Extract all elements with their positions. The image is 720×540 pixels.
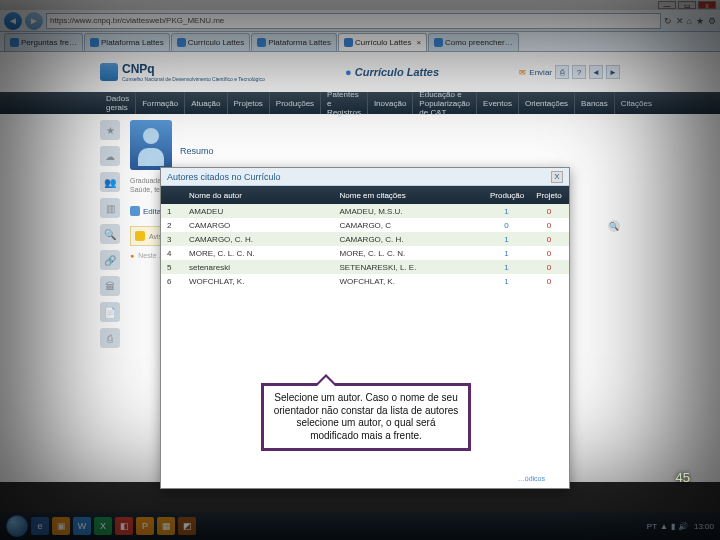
stop-icon[interactable]: ✕ (676, 16, 684, 26)
authors-modal: Autores citados no Currículo X Nome do a… (160, 167, 570, 489)
favorites-icon[interactable]: ★ (696, 16, 704, 26)
side-group-icon[interactable]: 👥 (100, 172, 120, 192)
taskbar-word-icon[interactable]: W (73, 517, 91, 535)
home-icon[interactable]: ⌂ (687, 16, 692, 26)
side-toolbar: ★ ☁ 👥 ▥ 🔍 🔗 🏛 📄 ⎙ (100, 120, 124, 476)
refresh-icon[interactable]: ↻ (664, 16, 672, 26)
cell-projeto[interactable]: 0 (529, 277, 569, 286)
side-search-icon[interactable]: 🔍 (100, 224, 120, 244)
modal-header: Autores citados no Currículo X (161, 168, 569, 186)
start-button[interactable] (6, 515, 28, 537)
table-row[interactable]: 3CAMARGO, C. H.CAMARGO, C. H.10 (161, 232, 569, 246)
nav-projetos[interactable]: Projetos (228, 92, 270, 114)
cell-nome: AMADEU (183, 207, 334, 216)
cell-producao[interactable]: 1 (484, 277, 529, 286)
modal-close-button[interactable]: X (551, 171, 563, 183)
cell-producao[interactable]: 0 (484, 221, 529, 230)
table-row[interactable]: 1AMADEUAMADEU, M.S.U.10 (161, 204, 569, 218)
taskbar: e ▣ W X ◧ P ▦ ◩ PT ▲ ▮ 🔊 13:00 (0, 512, 720, 540)
cell-producao[interactable]: 1 (484, 249, 529, 258)
taskbar-app-icon[interactable]: ◧ (115, 517, 133, 535)
nav-formacao[interactable]: Formação (136, 92, 185, 114)
curriculo-lattes-title: ● Currículo Lattes (345, 66, 439, 78)
modal-footer-link[interactable]: …ódicos (518, 475, 545, 482)
nav-inovacao[interactable]: Inovação (368, 92, 413, 114)
modal-title: Autores citados no Currículo (167, 172, 281, 182)
taskbar-ppt-icon[interactable]: P (136, 517, 154, 535)
table-row[interactable]: 4MORE, C. L. C. N.MORE, C. L. C. N.10 (161, 246, 569, 260)
nav-bancas[interactable]: Bancas (575, 92, 615, 114)
enviar-button[interactable]: Enviar (529, 68, 552, 77)
nav-forward-button[interactable]: ► (25, 12, 43, 30)
toolbar-next-button[interactable]: ► (606, 65, 620, 79)
cell-producao[interactable]: 1 (484, 207, 529, 216)
side-chart-icon[interactable]: ▥ (100, 198, 120, 218)
toolbar-prev-button[interactable]: ◄ (589, 65, 603, 79)
nav-back-button[interactable]: ◄ (4, 12, 22, 30)
taskbar-ie-icon[interactable]: e (31, 517, 49, 535)
cell-citacao: SETENARESKI, L. E. (334, 263, 485, 272)
tab-curriculo-2[interactable]: Currículo Lattes× (338, 33, 427, 51)
table-row[interactable]: 6WOFCHLAT, K.WOFCHLAT, K.10 (161, 274, 569, 288)
taskbar-app3-icon[interactable]: ◩ (178, 517, 196, 535)
side-building-icon[interactable]: 🏛 (100, 276, 120, 296)
cell-projeto[interactable]: 0 (529, 249, 569, 258)
url-input[interactable] (46, 13, 661, 29)
tab-curriculo-1[interactable]: Currículo Lattes (171, 33, 250, 51)
tools-icon[interactable]: ⚙ (708, 16, 716, 26)
taskbar-app2-icon[interactable]: ▦ (157, 517, 175, 535)
right-search-icon[interactable]: 🔍 (608, 220, 620, 232)
tab-close-icon[interactable]: × (416, 38, 421, 47)
window-maximize-button[interactable]: ▭ (678, 1, 696, 9)
table-row[interactable]: 2CAMARGOCAMARGO, C00 (161, 218, 569, 232)
taskbar-folder-icon[interactable]: ▣ (52, 517, 70, 535)
tray-lang[interactable]: PT (647, 522, 657, 531)
table-body: 1AMADEUAMADEU, M.S.U.102CAMARGOCAMARGO, … (161, 204, 569, 288)
side-link-icon[interactable]: 🔗 (100, 250, 120, 270)
side-doc-icon[interactable]: 📄 (100, 302, 120, 322)
tab-favicon (10, 38, 19, 47)
nav-educacao[interactable]: Educação e Popularização de C&T (413, 92, 477, 114)
nav-dados-gerais[interactable]: Dados gerais (100, 92, 136, 114)
cell-citacao: CAMARGO, C (334, 221, 485, 230)
cell-producao[interactable]: 1 (484, 263, 529, 272)
cell-projeto[interactable]: 0 (529, 221, 569, 230)
cell-projeto[interactable]: 0 (529, 263, 569, 272)
nav-citacoes[interactable]: Citações (615, 92, 658, 114)
tray-sound-icon[interactable]: 🔊 (678, 522, 688, 531)
toolbar-print-button[interactable]: ⎙ (555, 65, 569, 79)
envelope-icon: ✉ (519, 68, 526, 77)
toolbar-help-button[interactable]: ? (572, 65, 586, 79)
table-row[interactable]: 5setenareskiSETENARESKI, L. E.10 (161, 260, 569, 274)
toolbar-icons: ⌂ ★ ⚙ (687, 16, 716, 26)
tab-perguntas[interactable]: Perguntas fre… (4, 33, 83, 51)
cell-num: 4 (161, 249, 183, 258)
nav-patentes[interactable]: Patentes e Registros (321, 92, 368, 114)
pencil-icon (130, 206, 140, 216)
window-close-button[interactable]: x (698, 1, 716, 9)
taskbar-excel-icon[interactable]: X (94, 517, 112, 535)
nav-producoes[interactable]: Produções (270, 92, 321, 114)
system-tray[interactable]: PT ▲ ▮ 🔊 (647, 522, 688, 531)
nav-eventos[interactable]: Eventos (477, 92, 519, 114)
cell-projeto[interactable]: 0 (529, 207, 569, 216)
side-print-icon[interactable]: ⎙ (100, 328, 120, 348)
side-chat-icon[interactable]: ☁ (100, 146, 120, 166)
tab-plataforma-2[interactable]: Plataforma Lattes (251, 33, 337, 51)
side-star-icon[interactable]: ★ (100, 120, 120, 140)
window-minimize-button[interactable]: — (658, 1, 676, 9)
tab-plataforma-1[interactable]: Plataforma Lattes (84, 33, 170, 51)
brand-bar: CNPq Conselho Nacional de Desenvolviment… (0, 52, 720, 92)
cell-projeto[interactable]: 0 (529, 235, 569, 244)
avatar (130, 120, 172, 170)
nav-orientacoes[interactable]: Orientações (519, 92, 575, 114)
cnpq-logo-subtitle: Conselho Nacional de Desenvolvimento Cie… (122, 76, 265, 82)
cnpq-logo[interactable]: CNPq Conselho Nacional de Desenvolviment… (100, 62, 265, 82)
nav-atuacao[interactable]: Atuação (185, 92, 227, 114)
cell-producao[interactable]: 1 (484, 235, 529, 244)
taskbar-clock[interactable]: 13:00 (694, 522, 714, 531)
tab-como-preencher[interactable]: Como preencher… (428, 33, 519, 51)
th-producao: Produção (484, 191, 529, 200)
tray-flag-icon[interactable]: ▲ (660, 522, 668, 531)
tray-network-icon[interactable]: ▮ (671, 522, 675, 531)
